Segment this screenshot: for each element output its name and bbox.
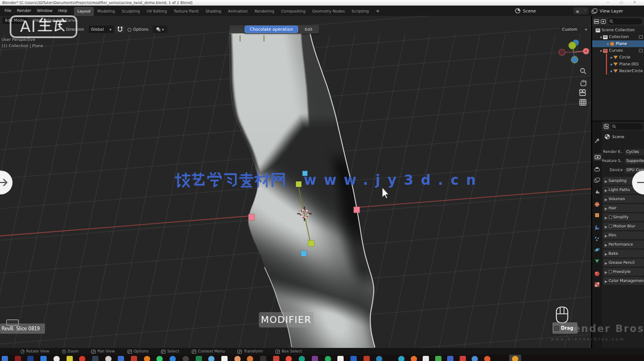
particles-tab-icon[interactable] <box>593 235 601 243</box>
taskbar-app-icon-6[interactable] <box>79 356 85 361</box>
outliner-row-plane[interactable]: Plane <box>592 40 644 47</box>
checkbox[interactable] <box>609 225 612 228</box>
operator-button[interactable]: Chocolate operation <box>245 26 298 33</box>
menu-window[interactable]: Window <box>37 9 53 13</box>
taskbar-app-icon-13[interactable] <box>170 356 176 361</box>
taskbar-app-icon-20[interactable] <box>260 356 266 361</box>
data-tab-icon[interactable] <box>593 258 601 265</box>
workspace-tab-scripting[interactable]: Scripting <box>348 7 372 16</box>
operator-secondary-button[interactable]: Edit <box>298 27 319 32</box>
taskbar-app-icon-16[interactable] <box>208 356 214 361</box>
taskbar-app-icon-25[interactable] <box>325 356 331 361</box>
taskbar-app-icon-4[interactable] <box>53 356 60 361</box>
custom-dropdown[interactable]: Custom▼ <box>560 26 589 33</box>
prop-panel-color-management[interactable]: ▶Color Management <box>603 277 644 285</box>
taskbar-app-icon-19[interactable] <box>247 356 253 361</box>
taskbar-app-icon-11[interactable] <box>144 356 150 361</box>
view-layer-tab-icon[interactable] <box>593 177 601 184</box>
options-toggle[interactable]: Options <box>127 27 148 32</box>
scene-selector[interactable]: Scene <box>515 7 536 15</box>
scene-tab-icon[interactable] <box>593 188 601 196</box>
outliner-row-plane-001[interactable]: Plane.001 <box>592 61 644 68</box>
modifier-tab-icon[interactable] <box>593 224 601 231</box>
control-point-left[interactable] <box>249 214 255 221</box>
taskbar-app-icon-28[interactable] <box>364 356 370 361</box>
prop-panel-grease-pencil[interactable]: ▶Grease Pencil <box>603 259 644 267</box>
prop-value-dropdown[interactable]: Supported <box>625 158 644 164</box>
overlay-buttons[interactable]: ▼ <box>152 26 167 33</box>
prop-panel-film[interactable]: ▶Film <box>603 231 644 239</box>
outliner-row-curves[interactable]: Curves <box>592 47 644 54</box>
taskbar-app-icon-35[interactable] <box>460 356 466 361</box>
control-point-right[interactable] <box>354 207 360 213</box>
checkbox[interactable] <box>609 215 612 219</box>
video-next-arrow[interactable] <box>627 168 644 197</box>
outliner-display-mode-icon[interactable] <box>594 19 599 24</box>
workspace-tab-shading[interactable]: Shading <box>202 7 225 16</box>
prop-panel-freestyle[interactable]: ▶Freestyle <box>603 268 644 276</box>
menu-help[interactable]: Help <box>58 9 67 13</box>
taskbar-app-icon-32[interactable] <box>423 356 429 361</box>
physics-tab-icon[interactable] <box>593 246 601 254</box>
object-tab-icon[interactable] <box>593 211 601 219</box>
outliner-row-scene-collection[interactable]: Scene Collection <box>592 27 644 34</box>
taskbar-app-icon-22[interactable] <box>286 356 292 361</box>
properties-search-input[interactable] <box>610 123 643 130</box>
snap-magnet-icon[interactable] <box>115 26 125 33</box>
handle-point-green-bottom[interactable] <box>308 240 315 247</box>
render-tab-icon[interactable] <box>593 153 602 161</box>
taskbar-app-icon-14[interactable] <box>183 356 189 361</box>
menu-file[interactable]: File <box>5 9 11 13</box>
taskbar-app-icon-0[interactable] <box>2 356 8 361</box>
taskbar-app-icon-24[interactable] <box>312 356 318 361</box>
taskbar-app-icon-34[interactable] <box>447 356 453 361</box>
video-prev-arrow[interactable] <box>0 171 13 194</box>
taskbar-app-icon-2[interactable] <box>27 356 34 361</box>
taskbar-app-icon-30[interactable] <box>398 356 404 361</box>
taskbar-app-icon-36[interactable] <box>472 356 478 361</box>
prop-value-dropdown[interactable]: Cycles <box>625 149 644 155</box>
add-workspace-button[interactable]: + <box>372 7 383 16</box>
outliner-row-circle[interactable]: Circle <box>592 54 644 61</box>
orientation-dropdown[interactable]: Global▼ <box>89 26 114 33</box>
taskbar-app-icon-1[interactable] <box>15 356 21 361</box>
outliner-row-collection[interactable]: Collection <box>592 34 644 40</box>
workspace-tab-texture-paint[interactable]: Texture Paint <box>170 7 202 16</box>
tool-tab-icon[interactable] <box>593 138 601 145</box>
taskbar-app-icon-26[interactable] <box>337 356 344 361</box>
outliner-filter-icon[interactable] <box>601 19 606 24</box>
prop-panel-performance[interactable]: ▶Performance <box>603 240 644 248</box>
prop-panel-bake[interactable]: ▶Bake <box>603 250 644 258</box>
material-tab-icon[interactable] <box>593 270 601 277</box>
prop-panel-simplify[interactable]: ▶Simplify <box>603 213 644 221</box>
world-tab-icon[interactable] <box>593 201 601 208</box>
taskbar-app-icon-12[interactable] <box>156 356 163 361</box>
workspace-tab-rendering[interactable]: Rendering <box>251 7 278 16</box>
workspace-tab-layout[interactable]: Layout <box>74 7 94 16</box>
taskbar-app-icon-10[interactable] <box>131 356 137 361</box>
taskbar-app-icon-21[interactable] <box>273 356 279 361</box>
workspace-tab-animation[interactable]: Animation <box>225 7 251 16</box>
prop-panel-hair[interactable]: ▶Hair <box>603 204 644 212</box>
taskbar-app-icon-8[interactable] <box>105 356 112 361</box>
taskbar-app-icon-18[interactable] <box>234 356 241 361</box>
workspace-tab-uv-editing[interactable]: UV Editing <box>143 7 170 16</box>
texture-tab-icon[interactable] <box>593 281 601 288</box>
taskbar-app-icon-29[interactable] <box>376 356 382 361</box>
taskbar-app-icon-27[interactable] <box>350 356 357 361</box>
taskbar-app-icon-33[interactable] <box>435 356 441 361</box>
view-layer-selector[interactable]: View Layer <box>592 7 623 15</box>
taskbar-app-icon-9[interactable] <box>118 356 124 361</box>
workspace-tab-compositing[interactable]: Compositing <box>278 7 309 16</box>
output-tab-icon[interactable] <box>593 166 601 173</box>
window-controls[interactable]: — ▢ ✕ <box>606 0 641 4</box>
outliner-search-input[interactable] <box>608 18 642 24</box>
checkbox[interactable] <box>609 270 612 273</box>
taskbar-app-icon-17[interactable] <box>221 356 228 361</box>
taskbar-app-icon-highlighted[interactable] <box>512 356 518 361</box>
restriction-toggle-icon[interactable] <box>639 49 643 52</box>
menu-render[interactable]: Render <box>17 9 31 13</box>
taskbar-app-icon-3[interactable] <box>40 356 47 361</box>
breadcrumb-label[interactable]: Scene <box>612 135 624 139</box>
prop-panel-motion-blur[interactable]: ▶Motion Blur <box>603 222 644 230</box>
